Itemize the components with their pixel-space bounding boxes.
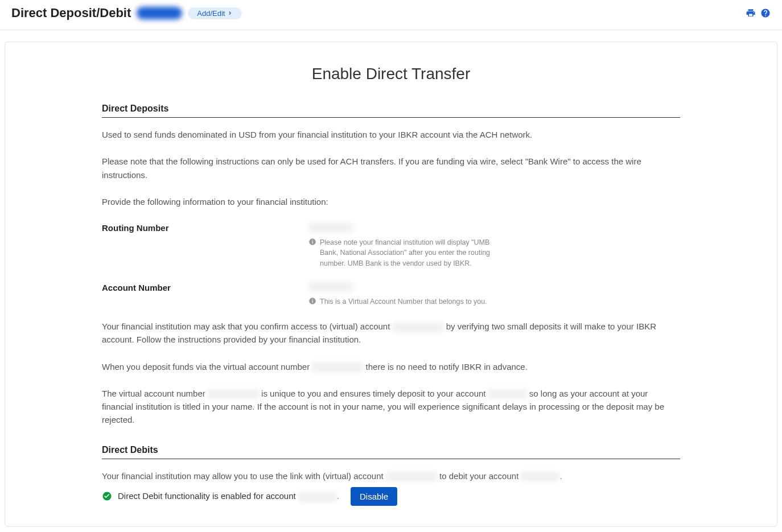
add-edit-button[interactable]: Add/Edit <box>188 7 242 19</box>
card-title: Enable Direct Transfer <box>102 65 680 83</box>
redacted-vaccount-1 <box>393 323 444 332</box>
help-icon[interactable] <box>760 8 771 18</box>
svg-rect-5 <box>312 299 312 300</box>
account-label: Account Number <box>102 282 308 307</box>
deposits-heading: Direct Deposits <box>102 104 680 118</box>
redacted-account-4 <box>521 472 559 481</box>
redacted-account-3 <box>488 389 527 399</box>
check-circle-icon <box>102 491 112 501</box>
chevron-right-icon <box>227 10 233 16</box>
content-card: Enable Direct Transfer Direct Deposits U… <box>5 42 777 527</box>
account-note-text: This is a Virtual Account Number that be… <box>320 296 487 307</box>
account-note: This is a Virtual Account Number that be… <box>308 296 496 307</box>
svg-rect-1 <box>312 241 312 243</box>
deposits-p6: The virtual account number is unique to … <box>102 387 680 427</box>
info-icon <box>308 238 316 246</box>
account-row: Account Number This is a Virtual Account… <box>102 282 680 307</box>
routing-note: Please note your financial institution w… <box>308 237 496 269</box>
redacted-vaccount-4 <box>386 472 437 481</box>
deposits-p1: Used to send funds denominated in USD fr… <box>102 128 680 141</box>
account-pill-redacted <box>137 7 182 19</box>
routing-label: Routing Number <box>102 222 308 269</box>
deposits-p4: Your financial institution may ask that … <box>102 320 680 347</box>
page-header: Direct Deposit/Debit Add/Edit <box>0 0 782 30</box>
info-icon <box>308 297 316 305</box>
routing-note-text: Please note your financial institution w… <box>320 237 496 269</box>
deposits-p3: Provide the following information to you… <box>102 195 680 208</box>
header-left: Direct Deposit/Debit Add/Edit <box>11 6 242 20</box>
redacted-account-5 <box>298 492 337 502</box>
routing-row: Routing Number Please note your financia… <box>102 222 680 269</box>
account-value <box>308 282 496 292</box>
header-right <box>746 8 771 18</box>
print-icon[interactable] <box>746 8 756 18</box>
svg-rect-2 <box>312 240 312 240</box>
svg-rect-4 <box>312 300 312 303</box>
redacted-vaccount-2 <box>312 362 363 372</box>
page-title: Direct Deposit/Debit <box>11 6 131 20</box>
debits-p1: Your financial institution may allow you… <box>102 469 680 482</box>
add-edit-label: Add/Edit <box>197 9 225 18</box>
redacted-account <box>308 282 353 292</box>
routing-value <box>308 222 496 233</box>
debit-status: Direct Debit functionality is enabled fo… <box>102 487 680 506</box>
deposits-p5: When you deposit funds via the virtual a… <box>102 360 680 373</box>
redacted-vaccount-3 <box>208 389 259 399</box>
debits-heading: Direct Debits <box>102 445 680 459</box>
debit-status-text: Direct Debit functionality is enabled fo… <box>118 491 339 502</box>
disable-button[interactable]: Disable <box>351 487 397 506</box>
deposits-p2: Please note that the following instructi… <box>102 155 680 182</box>
redacted-routing <box>308 223 353 233</box>
